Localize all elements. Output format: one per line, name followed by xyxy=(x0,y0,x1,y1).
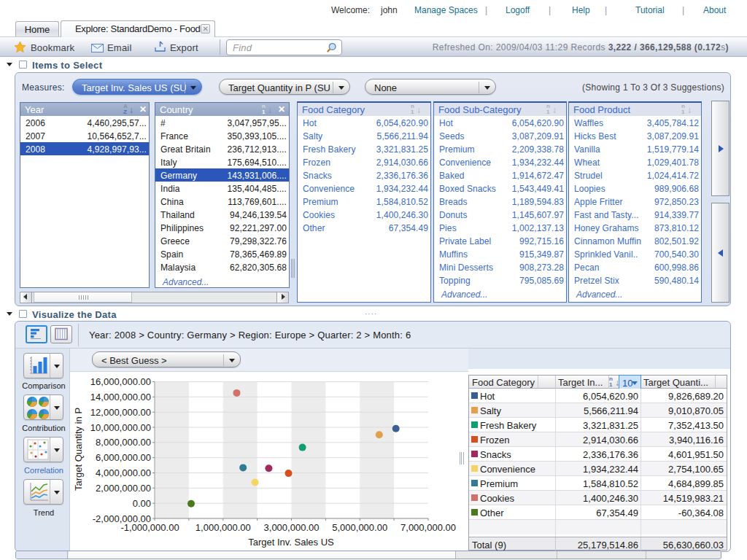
svg-text:2,000,000.00: 2,000,000.00 xyxy=(96,483,151,494)
svg-text:5,000,000.00: 5,000,000.00 xyxy=(332,522,387,533)
svg-text:6,000,000.00: 6,000,000.00 xyxy=(96,452,151,463)
svg-text:4,000,000.00: 4,000,000.00 xyxy=(96,467,151,478)
svg-text:-1,000,000.00: -1,000,000.00 xyxy=(120,522,179,533)
svg-text:8,000,000.00: 8,000,000.00 xyxy=(96,437,151,448)
svg-text:Target Inv. Sales US: Target Inv. Sales US xyxy=(248,537,334,548)
svg-text:14,000,000.00: 14,000,000.00 xyxy=(90,392,151,402)
svg-text:3,000,000.00: 3,000,000.00 xyxy=(264,522,320,533)
svg-text:12,000,000.00: 12,000,000.00 xyxy=(90,407,151,418)
svg-text:10,000,000.00: 10,000,000.00 xyxy=(90,422,151,433)
svg-text:1,000,000.00: 1,000,000.00 xyxy=(196,522,251,533)
svg-text:7,000,000.00: 7,000,000.00 xyxy=(400,522,456,533)
svg-text:16,000,000.00: 16,000,000.00 xyxy=(90,376,151,387)
svg-text:0.00: 0.00 xyxy=(133,498,151,509)
